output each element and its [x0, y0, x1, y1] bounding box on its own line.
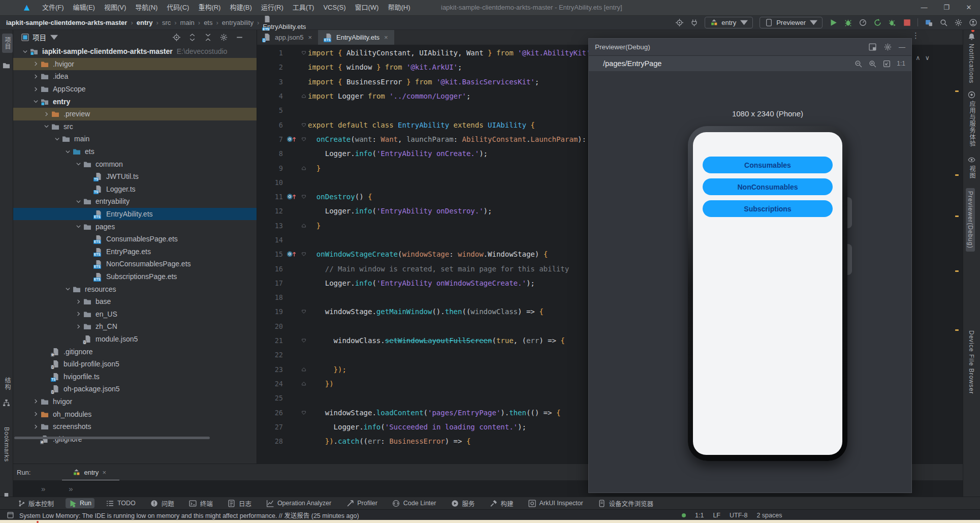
zoom-in-icon[interactable] [868, 59, 876, 68]
chevron-down-icon[interactable] [50, 33, 58, 41]
tree-row[interactable]: common [13, 158, 257, 170]
tree-row[interactable]: ⊘.gitignore [13, 345, 257, 358]
account-icon[interactable] [969, 18, 977, 26]
code-text[interactable]: onWindowStageCreate(windowStage: window.… [308, 250, 548, 258]
fold-marker-icon[interactable] [299, 223, 308, 228]
code-text[interactable]: onDestroy() { [308, 193, 372, 201]
tool-tab-code-linter[interactable]: Code Linter [389, 498, 439, 508]
project-panel-title[interactable]: 项目 [33, 32, 46, 42]
collapse-all-icon[interactable] [204, 33, 212, 41]
status-message[interactable]: System Low Memory: The IDE is running lo… [19, 510, 359, 520]
tree-expanded-icon[interactable] [30, 99, 41, 104]
menu-item[interactable]: VCS(S) [319, 0, 350, 15]
tool-tab-构建[interactable]: 构建 [486, 498, 516, 509]
attach-debugger-icon[interactable] [888, 18, 896, 26]
code-text[interactable]: Logger.info('Succeeded in loading conten… [308, 423, 526, 431]
tree-collapsed-icon[interactable] [30, 61, 41, 67]
fold-marker-icon[interactable] [299, 94, 308, 99]
fold-marker-icon[interactable] [299, 252, 308, 257]
tree-row[interactable]: ets [13, 145, 257, 158]
code-text[interactable]: }) [308, 380, 334, 388]
target-device-selector[interactable]: Previewer [760, 17, 823, 28]
fold-marker-icon[interactable] [299, 166, 308, 171]
tree-expanded-icon[interactable] [20, 49, 30, 54]
tree-expanded-icon[interactable] [62, 286, 73, 292]
profiler-icon[interactable] [859, 18, 867, 26]
run-tab-entry[interactable]: entry × [62, 464, 119, 481]
fold-marker-icon[interactable] [299, 50, 308, 55]
tree-row[interactable]: .preview [13, 108, 257, 120]
notifications-bell-icon[interactable] [967, 33, 975, 41]
expand-all-icon[interactable] [188, 33, 196, 41]
tree-row[interactable]: src [13, 120, 257, 133]
tree-row[interactable]: screenshots [13, 420, 257, 433]
fold-marker-icon[interactable] [299, 309, 308, 314]
fold-marker-icon[interactable] [299, 367, 308, 372]
menu-item[interactable]: 运行(R) [257, 0, 288, 15]
tool-stripe-bookmarks[interactable]: Bookmarks [3, 427, 10, 462]
tree-collapsed-icon[interactable] [30, 398, 41, 404]
code-text[interactable]: onCreate(want: Want, launchParam: Abilit… [308, 135, 616, 143]
override-gutter-icon[interactable] [283, 251, 299, 258]
tree-collapsed-icon[interactable] [41, 111, 51, 117]
fold-marker-icon[interactable] [299, 137, 308, 142]
tool-tab-todo[interactable]: TODO [103, 498, 139, 508]
menu-item[interactable]: 窗口(W) [351, 0, 384, 15]
code-text[interactable]: import Logger from '../common/Logger'; [308, 92, 470, 100]
tree-expanded-icon[interactable] [62, 149, 73, 155]
tree-collapsed-icon[interactable] [30, 74, 41, 79]
breadcrumb-item[interactable]: main [180, 19, 195, 26]
tool-stripe-previewer[interactable]: Previewer(Debug) [966, 188, 975, 252]
close-button[interactable]: ✕ [958, 0, 980, 15]
tool-tab-设备文件浏览器[interactable]: 设备文件浏览器 [595, 498, 657, 509]
tree-collapsed-icon[interactable] [30, 411, 41, 417]
breadcrumb-item[interactable]: entryability [222, 19, 254, 26]
line-separator[interactable]: LF [713, 512, 720, 519]
tree-row[interactable]: ETSNonConsumablesPage.ets [13, 258, 257, 270]
consumables-button[interactable]: Consumables [703, 157, 833, 173]
editor-tab[interactable]: ETSEntryAbility.ets× [318, 29, 394, 45]
device-connector-icon[interactable] [690, 18, 698, 26]
tree-row[interactable]: zh_CN [13, 320, 257, 333]
code-text[interactable]: }).catch((err: BusinessError) => { [308, 437, 470, 445]
tree-expanded-icon[interactable] [73, 161, 83, 167]
structure-icon[interactable] [2, 398, 10, 407]
hide-panel-icon[interactable] [235, 33, 243, 41]
debug-icon[interactable] [844, 18, 852, 26]
rerun-icon[interactable] [873, 18, 881, 26]
menu-item[interactable]: 构建(B) [225, 0, 256, 15]
tree-collapsed-icon[interactable] [73, 324, 83, 329]
more-options-icon[interactable]: ⋮ [912, 31, 920, 40]
tool-stripe-project[interactable]: 项目 [2, 34, 13, 53]
override-gutter-icon[interactable] [283, 136, 299, 143]
app-service-icon[interactable] [967, 90, 975, 99]
menu-item[interactable]: 文件(F) [38, 0, 69, 15]
tool-tab-终端[interactable]: 终端 [186, 498, 216, 509]
tree-expanded-icon[interactable] [41, 124, 51, 129]
eye-icon[interactable] [967, 156, 975, 164]
menu-item[interactable]: 视图(V) [100, 0, 131, 15]
tree-row[interactable]: .idea [13, 70, 257, 83]
tree-row[interactable]: TSLogger.ts [13, 183, 257, 196]
tree-collapsed-icon[interactable] [73, 311, 83, 317]
folder-icon[interactable] [2, 61, 10, 69]
tree-row[interactable]: ETSEntryPage.ets [13, 245, 257, 258]
maximize-button[interactable]: ❐ [935, 0, 958, 15]
tree-row[interactable]: TShvigorfile.ts [13, 370, 257, 383]
tree-expanded-icon[interactable] [52, 136, 62, 142]
module-selector[interactable]: entry [705, 17, 753, 28]
run-icon[interactable] [829, 18, 837, 26]
tree-row[interactable]: {}module.json5 [13, 333, 257, 346]
search-everywhere-icon[interactable] [939, 18, 947, 26]
tree-row[interactable]: entryability [13, 195, 257, 208]
code-text[interactable]: Logger.info('EntryAbility onWindowStageC… [308, 279, 535, 287]
tree-row[interactable]: main [13, 133, 257, 145]
fold-marker-icon[interactable] [299, 410, 308, 415]
tree-row[interactable]: TSJWTUtil.ts [13, 170, 257, 183]
tree-row[interactable]: resources [13, 283, 257, 295]
tool-tab-服务[interactable]: 服务 [448, 498, 478, 509]
tree-row[interactable]: base [13, 295, 257, 308]
tool-tab-日志[interactable]: 日志 [225, 498, 255, 509]
code-text[interactable]: Logger.info('EntryAbility onDestroy.'); [308, 207, 492, 215]
tool-tab-run[interactable]: Run [66, 498, 94, 508]
